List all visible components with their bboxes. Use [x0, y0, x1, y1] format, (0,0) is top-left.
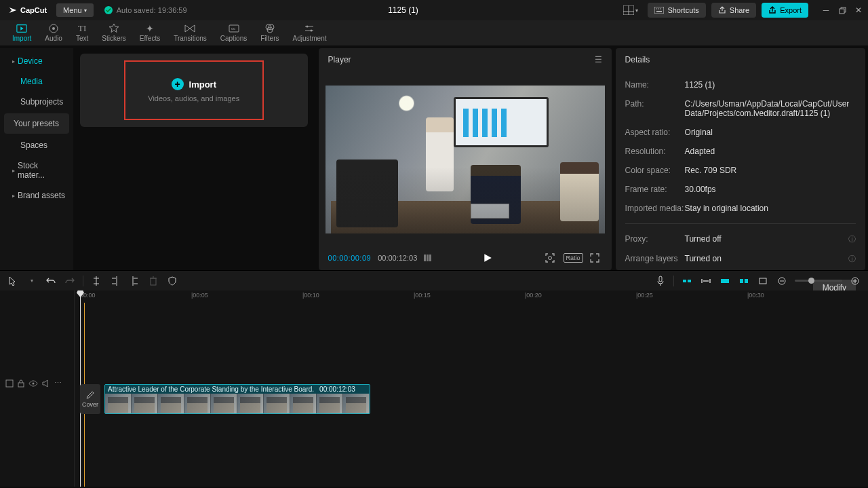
maximize-button[interactable]	[835, 3, 849, 17]
titlebar-right: ▾ Shortcuts Share Export ─ ✕	[619, 3, 865, 18]
share-button[interactable]: Share	[711, 3, 756, 18]
media-panel: ▸Device Media Subprojects Your presets S…	[0, 48, 315, 270]
share-icon	[718, 6, 726, 14]
sidebar-item-device[interactable]: ▸Device	[0, 51, 73, 71]
export-button[interactable]: Export	[762, 3, 808, 18]
project-title: 1125 (1)	[187, 5, 620, 15]
svg-point-21	[548, 257, 551, 260]
tab-audio[interactable]: Audio	[38, 21, 69, 45]
media-sidebar: ▸Device Media Subprojects Your presets S…	[0, 48, 73, 270]
preview-render-icon[interactable]	[738, 275, 750, 287]
detail-framerate-value: 30.00fps	[685, 185, 856, 194]
timeline-ruler[interactable]: 00:00 |00:05 |00:10 |00:15 |00:20 |00:25…	[75, 290, 868, 303]
tab-filters[interactable]: Filters	[254, 21, 285, 45]
caret-icon: ▸	[12, 193, 15, 199]
svg-rect-35	[6, 380, 13, 387]
delete-tool[interactable]	[147, 275, 159, 287]
svg-rect-8	[840, 9, 844, 14]
tab-text[interactable]: TI Text	[69, 21, 95, 45]
svg-point-18	[307, 26, 309, 28]
import-highlighted: + Import Videos, audios, and images	[124, 60, 264, 120]
detail-imported-value: Stay in original location	[685, 204, 856, 213]
crop-icon[interactable]	[757, 275, 769, 287]
mic-icon[interactable]	[654, 275, 667, 287]
details-panel: Details Name:1125 (1) Path:C:/Users/Usma…	[616, 48, 865, 270]
close-button[interactable]: ✕	[852, 3, 865, 17]
transitions-icon	[184, 23, 195, 34]
svg-rect-22	[151, 278, 156, 285]
sidebar-item-stock[interactable]: ▸Stock mater...	[0, 155, 73, 185]
caret-icon: ▸	[12, 58, 15, 64]
track-visible-icon[interactable]	[28, 380, 38, 387]
menu-button[interactable]: Menu ▾	[56, 3, 94, 17]
shield-tool[interactable]	[166, 275, 178, 287]
svg-point-6	[660, 8, 661, 9]
clip-name: Attractive Leader of the Corporate Stand…	[108, 386, 314, 393]
zoom-slider[interactable]	[795, 280, 842, 282]
split-tool[interactable]	[90, 275, 102, 287]
svg-rect-36	[18, 383, 24, 387]
svg-rect-29	[760, 278, 766, 284]
zoom-in-icon[interactable]	[849, 275, 861, 287]
detail-proxy-value: Turned off	[685, 234, 848, 244]
scan-icon[interactable]	[545, 252, 557, 263]
keyboard-icon	[654, 7, 664, 14]
import-label: Import	[189, 79, 216, 90]
tab-effects[interactable]: ✦ Effects	[133, 21, 167, 45]
tab-adjustment[interactable]: Adjustment	[285, 21, 333, 45]
cursor-dropdown[interactable]: ▾	[26, 275, 38, 287]
tab-import[interactable]: Import	[5, 21, 38, 45]
tab-transitions[interactable]: Transitions	[167, 21, 214, 45]
timeline: ⋯ 00:00 |00:05 |00:10 |00:15 |00:20 |00:…	[0, 290, 868, 487]
minimize-button[interactable]: ─	[819, 3, 833, 17]
magnet-icon[interactable]	[681, 275, 693, 287]
cursor-tool[interactable]	[7, 275, 19, 287]
layout-switcher[interactable]: ▾	[619, 5, 642, 15]
sidebar-item-media[interactable]: Media	[0, 71, 73, 92]
captions-icon: cc	[229, 23, 239, 34]
undo-button[interactable]	[45, 275, 57, 287]
track-toggle-a[interactable]	[5, 379, 14, 388]
split-right-tool[interactable]	[128, 275, 140, 287]
info-icon[interactable]: ⓘ	[848, 254, 856, 264]
track-mute-icon[interactable]	[42, 379, 50, 388]
shortcuts-button[interactable]: Shortcuts	[648, 3, 705, 18]
sidebar-item-brand[interactable]: ▸Brand assets	[0, 185, 73, 206]
info-icon[interactable]: ⓘ	[848, 234, 856, 244]
sidebar-item-subprojects[interactable]: Subprojects	[0, 92, 73, 112]
audio-icon	[48, 23, 59, 34]
tab-captions[interactable]: cc Captions	[214, 21, 254, 45]
ratio-button[interactable]: Ratio	[564, 253, 583, 263]
redo-button[interactable]	[64, 275, 76, 287]
compare-icon[interactable]	[424, 255, 431, 261]
cover-button[interactable]: Cover	[80, 384, 100, 414]
import-dropzone[interactable]: + Import Videos, audios, and images	[80, 54, 308, 127]
fullscreen-icon[interactable]	[590, 253, 602, 263]
player-panel: Player ☰ 00:00:00:09 00:00:12:03 Ratio	[319, 48, 612, 270]
snap-icon[interactable]	[719, 275, 731, 287]
svg-rect-3	[654, 7, 664, 14]
split-left-tool[interactable]	[109, 275, 121, 287]
total-duration: 00:00:12:03	[378, 254, 417, 262]
detail-colorspace-value: Rec. 709 SDR	[685, 166, 856, 175]
detail-path-value: C:/Users/Usman/AppData/Local/CapCut/User…	[685, 99, 856, 118]
link-icon[interactable]	[700, 275, 712, 287]
svg-point-11	[52, 27, 55, 30]
play-button[interactable]	[483, 253, 492, 263]
detail-colorspace-label: Color space:	[625, 166, 685, 175]
chevron-down-icon: ▾	[84, 7, 87, 14]
svg-rect-24	[683, 280, 686, 282]
detail-layers-label: Arrange layers	[625, 254, 685, 263]
detail-aspect-value: Original	[685, 128, 856, 137]
sidebar-item-spaces[interactable]: Spaces	[0, 135, 73, 155]
zoom-out-icon[interactable]	[776, 275, 788, 287]
tab-stickers[interactable]: Stickers	[95, 21, 133, 45]
player-menu-icon[interactable]: ☰	[595, 55, 602, 64]
video-preview[interactable]	[326, 86, 605, 233]
track-lock-icon[interactable]	[18, 379, 24, 388]
sidebar-item-presets[interactable]: Your presets	[4, 113, 69, 134]
track-more-icon[interactable]: ⋯	[54, 379, 62, 388]
video-clip[interactable]: Attractive Leader of the Corporate Stand…	[104, 384, 370, 414]
detail-path-label: Path:	[625, 99, 685, 109]
text-icon: TI	[77, 23, 87, 34]
